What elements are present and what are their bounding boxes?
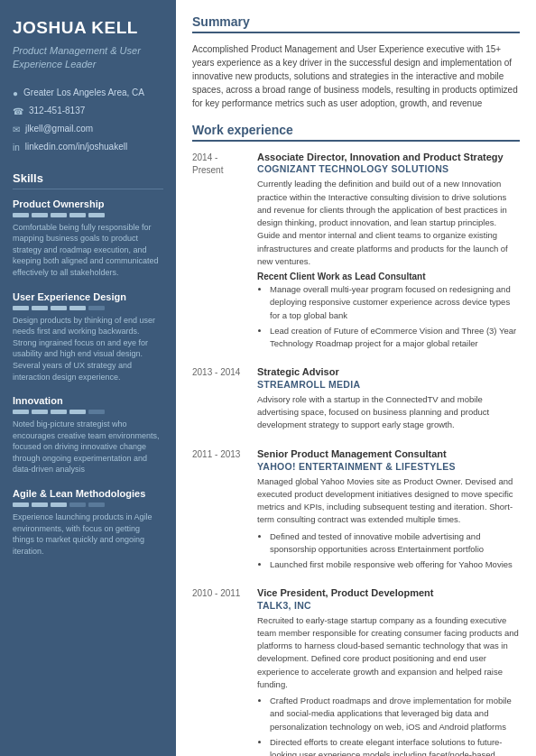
work-company-0: COGNIZANT TECHNOLOGY SOLUTIONS [257, 163, 520, 174]
work-bullet-item: Manage overall multi-year program focuse… [270, 283, 520, 322]
summary-text: Accomplished Product Management and User… [192, 42, 520, 110]
work-company-3: TALK3, INC [257, 600, 520, 611]
skill-bar-segment [51, 213, 67, 217]
email-icon: ✉ [13, 124, 20, 135]
work-job-title-0: Associate Director, Innovation and Produ… [257, 151, 520, 163]
skill-bar-segment [88, 306, 105, 310]
skill-desc-2: Noted big-picture strategist who encoura… [13, 419, 163, 475]
skill-block-2: InnovationNoted big-picture strategist w… [13, 395, 163, 475]
work-bullets-3: Crafted Product roadmaps and drove imple… [270, 695, 520, 756]
candidate-name: JOSHUA KELL [13, 18, 163, 39]
skill-name-1: User Experience Design [13, 291, 163, 302]
work-company-1: STREAMROLL MEDIA [257, 379, 520, 390]
location-icon: ● [13, 88, 18, 99]
skill-bar-segment [32, 502, 48, 507]
work-bullet-item: Directed efforts to create elegant inter… [270, 736, 520, 756]
skill-bar-segment [32, 213, 48, 217]
work-content-2: Senior Product Management ConsultantYAHO… [257, 447, 520, 574]
work-bullets-2: Defined and tested of innovative mobile … [270, 530, 520, 572]
work-job-title-1: Strategic Advisor [257, 365, 520, 378]
skill-bars-1 [13, 306, 163, 310]
work-job-title-2: Senior Product Management Consultant [257, 447, 520, 460]
skill-bar-segment [51, 502, 67, 507]
work-company-2: YAHOO! ENTERTAINMENT & LIFESTYLES [257, 461, 520, 472]
skill-desc-3: Experience launching products in Agile e… [13, 512, 163, 557]
work-dates-0: 2014 - Present [192, 151, 246, 353]
summary-title: Summary [192, 14, 520, 33]
skill-bar-segment [69, 502, 86, 507]
skill-bar-segment [88, 410, 105, 414]
skill-name-2: Innovation [13, 395, 163, 406]
work-job-title-3: Vice President, Product Development [257, 586, 520, 599]
skill-bar-segment [51, 306, 67, 310]
skill-bars-0 [13, 213, 163, 217]
skill-block-1: User Experience DesignDesign products by… [13, 291, 163, 383]
work-dates-1: 2013 - 2014 [192, 365, 246, 435]
contact-linkedin[interactable]: in linkedin.com/in/joshuakell [13, 141, 163, 153]
skill-bar-segment [69, 410, 86, 414]
contact-email: ✉ jlkell@gmail.com [13, 123, 163, 135]
main-content: Summary Accomplished Product Management … [176, 0, 536, 756]
skill-desc-1: Design products by thinking of end user … [13, 315, 163, 383]
skill-bars-2 [13, 410, 163, 414]
work-content-3: Vice President, Product DevelopmentTALK3… [257, 586, 520, 756]
skill-desc-0: Comfortable being fully responsible for … [13, 222, 163, 279]
work-bullet-item: Launched first mobile responsive web off… [270, 558, 520, 571]
skill-bar-segment [32, 410, 48, 414]
work-entry-3: 2010 - 2011Vice President, Product Devel… [192, 586, 520, 756]
contact-location: ● Greater Los Angeles Area, CA [13, 87, 163, 99]
work-bullets-0: Manage overall multi-year program focuse… [270, 283, 520, 350]
skill-bar-segment [13, 502, 29, 507]
skill-name-0: Product Ownership [13, 198, 163, 209]
sidebar: JOSHUA KELL Product Management & User Ex… [0, 0, 176, 756]
skill-block-0: Product OwnershipComfortable being fully… [13, 198, 163, 279]
skill-bar-segment [51, 410, 67, 414]
skill-bar-segment [69, 213, 86, 217]
skill-bar-segment [69, 306, 86, 310]
work-dates-3: 2010 - 2011 [192, 586, 246, 756]
skill-bar-segment [13, 213, 29, 217]
skill-bar-segment [88, 213, 105, 217]
work-desc-1: Advisory role with a startup in the Conn… [257, 393, 520, 432]
work-bullet-item: Lead creation of Future of eCommerce Vis… [270, 325, 520, 351]
work-desc-0: Currently leading the definition and bui… [257, 178, 520, 268]
work-content-1: Strategic AdvisorSTREAMROLL MEDIAAdvisor… [257, 365, 520, 435]
skill-block-3: Agile & Lean MethodologiesExperience lau… [13, 488, 163, 557]
work-bullet-item: Defined and tested of innovative mobile … [270, 530, 520, 557]
work-entry-1: 2013 - 2014Strategic AdvisorSTREAMROLL M… [192, 365, 520, 435]
candidate-title: Product Management & User Experience Lea… [13, 44, 163, 72]
skill-name-3: Agile & Lean Methodologies [13, 488, 163, 499]
skill-bar-segment [32, 306, 48, 310]
work-title: Work experience [192, 123, 520, 142]
contact-section: ● Greater Los Angeles Area, CA ☎ 312-451… [13, 87, 163, 153]
contact-phone: ☎ 312-451-8137 [13, 105, 163, 117]
skills-title: Skills [13, 171, 163, 189]
skill-bars-3 [13, 502, 163, 507]
work-bullet-item: Crafted Product roadmaps and drove imple… [270, 695, 520, 733]
skills-list: Product OwnershipComfortable being fully… [13, 198, 163, 558]
work-dates-2: 2011 - 2013 [192, 447, 246, 574]
work-desc-2: Managed global Yahoo Movies site as Prod… [257, 475, 520, 527]
linkedin-icon: in [13, 142, 20, 153]
work-entry-0: 2014 - PresentAssociate Director, Innova… [192, 151, 520, 353]
work-list: 2014 - PresentAssociate Director, Innova… [192, 151, 520, 756]
work-entry-2: 2011 - 2013Senior Product Management Con… [192, 447, 520, 574]
skill-bar-segment [13, 306, 29, 310]
work-content-0: Associate Director, Innovation and Produ… [257, 151, 520, 353]
work-sub-label-0: Recent Client Work as Lead Consultant [257, 272, 520, 281]
skill-bar-segment [13, 410, 29, 414]
skill-bar-segment [88, 502, 105, 507]
work-desc-3: Recruited to early-stage startup company… [257, 614, 520, 692]
phone-icon: ☎ [13, 106, 23, 117]
